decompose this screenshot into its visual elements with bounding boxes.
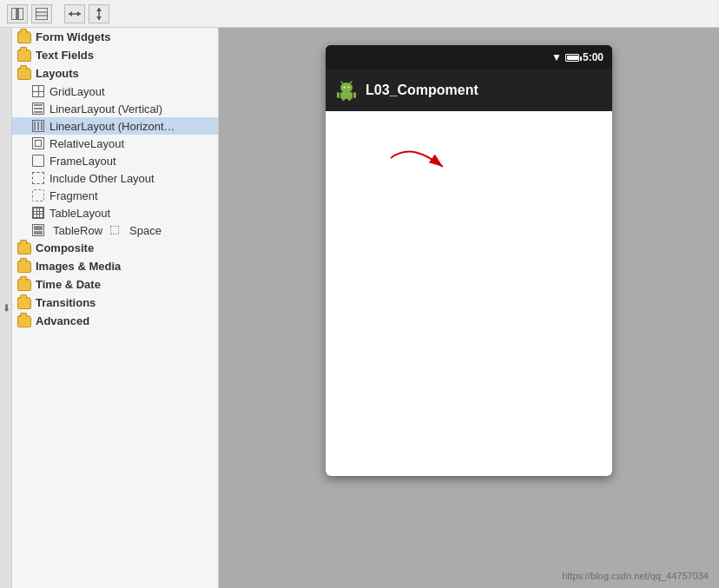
sidebar-item-label: LinearLayout (Vertical) [49, 102, 162, 116]
sidebar-item-label: Include Other Layout [49, 172, 155, 185]
sidebar-category-label: Advanced [36, 314, 89, 327]
phone-titlebar: L03_Compoment [326, 69, 612, 111]
sidebar-category-label: Images & Media [36, 260, 121, 273]
sidebar-item-time-date[interactable]: Time & Date [12, 275, 218, 294]
svg-point-12 [340, 83, 353, 93]
frame-layout-icon [31, 154, 45, 168]
sidebar-item-label: GridLayout [49, 85, 105, 98]
sidebar-item-images-media[interactable]: Images & Media [12, 257, 218, 275]
sidebar-item-label: TableRow [53, 224, 102, 237]
phone-frame: ▼ 5:00 [326, 45, 612, 476]
sidebar-item-label: Fragment [49, 189, 98, 202]
relative-layout-icon [31, 136, 45, 150]
linear-layout-vertical-icon [31, 102, 45, 116]
table-layout-icon [31, 206, 45, 220]
folder-icon [17, 50, 31, 62]
folder-icon [17, 315, 31, 327]
sidebar-item-transitions[interactable]: Transitions [12, 294, 218, 312]
folder-icon [17, 279, 31, 291]
sidebar: Form Widgets Text Fields Layouts GridLay… [12, 28, 219, 588]
phone-content [326, 111, 612, 476]
svg-marker-7 [77, 11, 81, 17]
left-edge-tab: ⬅ [0, 28, 12, 588]
toolbar-btn-list[interactable] [31, 4, 52, 23]
folder-icon [17, 68, 31, 80]
toolbar-btn-fit-h[interactable] [64, 4, 85, 23]
svg-line-15 [341, 82, 343, 83]
svg-rect-1 [18, 8, 23, 20]
battery-icon [565, 54, 579, 62]
sidebar-item-relative-layout[interactable]: RelativeLayout [12, 135, 218, 152]
include-layout-icon [31, 171, 45, 185]
sidebar-category-label: Time & Date [36, 278, 101, 291]
svg-marker-10 [96, 17, 102, 20]
sidebar-item-advanced[interactable]: Advanced [12, 312, 218, 330]
sidebar-category-label: Text Fields [36, 49, 94, 62]
svg-rect-2 [36, 8, 48, 20]
folder-icon [17, 31, 31, 43]
sidebar-item-composite[interactable]: Composite [12, 239, 218, 257]
table-row-icon [31, 223, 45, 237]
toolbar [0, 0, 719, 28]
main-content: ⬅ Form Widgets Text Fields Layouts [0, 28, 719, 588]
folder-icon [17, 261, 31, 273]
sidebar-category-label: Layouts [36, 67, 79, 80]
folder-icon [17, 297, 31, 309]
app-title: L03_Compoment [366, 83, 478, 98]
sidebar-item-label: LinearLayout (Horizont… [49, 120, 175, 133]
sidebar-item-linear-layout-vertical[interactable]: LinearLayout (Vertical) [12, 100, 218, 117]
status-icons: ▼ 5:00 [551, 51, 604, 63]
svg-rect-21 [348, 98, 351, 101]
svg-rect-0 [11, 8, 16, 20]
sidebar-item-label: TableLayout [49, 207, 110, 220]
sidebar-item-label: FrameLayout [49, 155, 116, 168]
sidebar-category-label: Transitions [36, 296, 96, 309]
svg-marker-9 [96, 8, 102, 11]
sidebar-category-label: Composite [36, 241, 94, 254]
sidebar-item-layouts[interactable]: Layouts [12, 64, 218, 83]
android-logo-icon [336, 80, 357, 101]
sidebar-item-fragment[interactable]: Fragment [12, 187, 218, 204]
toolbar-btn-fit-v[interactable] [89, 4, 109, 23]
sidebar-category-label: Form Widgets [36, 30, 111, 43]
fragment-icon [31, 188, 45, 202]
svg-point-14 [348, 87, 350, 89]
svg-rect-18 [337, 92, 340, 98]
sidebar-item-table-layout[interactable]: TableLayout [12, 204, 218, 221]
sidebar-space-label: Space [129, 224, 162, 237]
watermark: https://blog.csdn.net/qq_44757034 [562, 571, 709, 581]
sidebar-item-grid-layout[interactable]: GridLayout [12, 83, 218, 100]
space-icon [108, 223, 122, 237]
sidebar-item-include-other-layout[interactable]: Include Other Layout [12, 169, 218, 187]
sidebar-item-linear-layout-horizontal[interactable]: LinearLayout (Horizont… [12, 117, 218, 135]
svg-rect-20 [342, 98, 345, 101]
sidebar-item-frame-layout[interactable]: FrameLayout [12, 152, 218, 169]
toolbar-btn-columns[interactable] [7, 4, 28, 23]
svg-line-16 [350, 82, 352, 83]
phone-status-bar: ▼ 5:00 [326, 45, 612, 69]
svg-rect-17 [340, 92, 353, 99]
preview-area: ▼ 5:00 [219, 28, 719, 588]
sidebar-item-form-widgets[interactable]: Form Widgets [12, 28, 218, 46]
svg-rect-19 [353, 92, 356, 98]
svg-marker-6 [69, 11, 72, 17]
svg-point-13 [344, 87, 346, 89]
sidebar-item-text-fields[interactable]: Text Fields [12, 46, 218, 64]
sidebar-item-table-row[interactable]: TableRow Space [12, 221, 218, 239]
linear-layout-horizontal-icon [31, 119, 45, 133]
sidebar-item-label: RelativeLayout [49, 137, 124, 150]
grid-layout-icon [31, 84, 45, 98]
folder-icon [17, 242, 31, 254]
wifi-icon: ▼ [551, 51, 562, 63]
status-time: 5:00 [583, 51, 604, 63]
